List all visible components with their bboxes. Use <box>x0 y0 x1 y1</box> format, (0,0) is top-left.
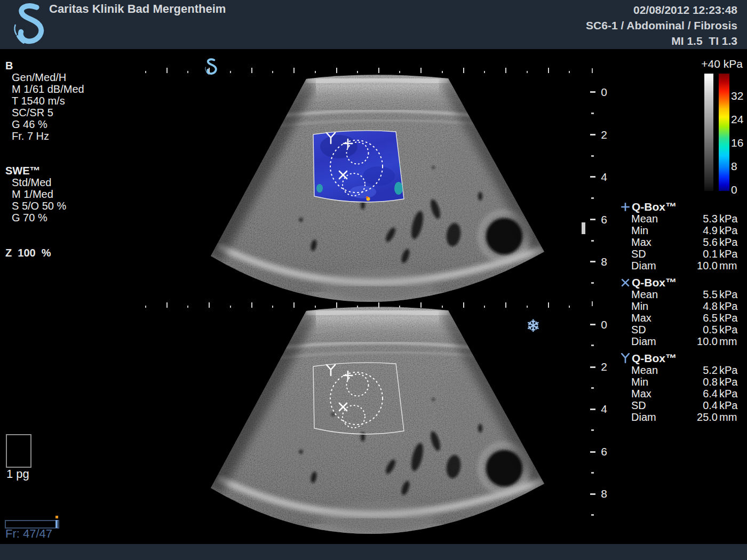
stat-label: SD <box>619 399 672 411</box>
stat-label: Max <box>619 236 672 248</box>
depth-label: 4 <box>598 403 610 415</box>
stat-value: 10.0 <box>672 335 718 347</box>
stat-label: Max <box>619 312 672 324</box>
cine-bookmark-dot <box>55 516 58 518</box>
b-mode-param: SC/SR 5 <box>5 107 84 118</box>
transducer-preset: SC6-1 / Abdominal / Fibrosis <box>586 18 737 33</box>
stat-value: 0.8 <box>672 376 718 388</box>
stat-value: 5.5 <box>672 289 718 300</box>
horizontal-ruler-bottom-minor <box>145 306 572 308</box>
depth-label: 0 <box>598 318 610 331</box>
stat-value: 0.1 <box>672 248 718 260</box>
stat-label: Diam <box>619 335 672 347</box>
page-indicator: 1 pg <box>6 467 29 481</box>
qbox-panel-trace: Q-Box™ Mean5.2kPa Min0.8kPa Max6.4kPa SD… <box>619 353 747 423</box>
swe-param: G 70 % <box>5 212 66 223</box>
depth-label: 6 <box>598 445 610 458</box>
stat-unit: kPa <box>719 399 737 411</box>
stat-value: 4.8 <box>672 300 718 312</box>
stat-label: Min <box>619 376 672 388</box>
colorbar-tick: 0 <box>731 183 747 196</box>
stat-value: 4.9 <box>672 225 718 236</box>
colorbar-tick: 32 <box>731 90 747 102</box>
swe-param: M 1/Med <box>5 188 66 200</box>
swe-parameters: SWE™ Std/Med M 1/Med S 5/O 50 % G 70 % <box>5 165 66 223</box>
stat-unit: kPa <box>719 213 737 225</box>
b-mode-param: Fr. 7 Hz <box>5 130 84 142</box>
cross-marker-icon <box>619 277 632 288</box>
grayscale-bar <box>704 74 713 191</box>
ultrasound-screen: Caritas Klinik Bad Mergentheim 02/08/201… <box>0 0 747 560</box>
stat-label: Mean <box>619 289 672 300</box>
stat-unit: mm <box>719 260 737 271</box>
stat-label: Diam <box>619 260 672 271</box>
zoom-factor: Z 100 % <box>5 247 51 259</box>
stat-unit: kPa <box>719 236 737 248</box>
stat-label: Mean <box>619 364 672 376</box>
horizontal-ruler-top-minor <box>145 71 572 73</box>
colorbar-tick: 24 <box>731 113 747 126</box>
stat-unit: kPa <box>719 300 737 312</box>
bottom-menu-strip <box>0 544 747 560</box>
b-mode-parameters: B Gen/Med/H M 1/61 dB/Med T 1540 m/s SC/… <box>5 60 84 142</box>
stat-value: 25.0 <box>672 411 718 423</box>
stat-label: Min <box>619 225 672 236</box>
depth-label: 8 <box>598 255 610 268</box>
qbox-title: Q-Box™ <box>632 201 677 213</box>
supersonic-logo-icon <box>12 3 45 46</box>
qbox-panel-plus: Q-Box™ Mean5.3kPa Min4.9kPa Max5.6kPa SD… <box>619 201 747 271</box>
stat-value: 5.2 <box>672 364 718 376</box>
depth-ruler-bottom-minor <box>591 345 594 516</box>
b-mode-param: M 1/61 dB/Med <box>5 83 84 95</box>
qbox-title: Q-Box™ <box>632 353 677 364</box>
stat-unit: kPa <box>719 376 737 388</box>
b-mode-title: B <box>5 60 84 71</box>
depth-label: 0 <box>598 86 610 99</box>
stat-label: Diam <box>619 411 672 423</box>
stat-label: Min <box>619 300 672 312</box>
depth-label: 2 <box>598 129 610 141</box>
stat-value: 5.6 <box>672 236 718 248</box>
stat-value: 0.4 <box>672 399 718 411</box>
stat-label: SD <box>619 248 672 260</box>
stat-value: 10.0 <box>672 260 718 271</box>
stat-label: Max <box>619 388 672 399</box>
stat-unit: kPa <box>719 289 737 300</box>
stat-value: 6.4 <box>672 388 718 399</box>
swe-param: S 5/O 50 % <box>5 200 66 212</box>
trace-marker-icon <box>619 353 632 364</box>
status-bar: Caritas Klinik Bad Mergentheim 02/08/201… <box>0 0 747 49</box>
qbox-title: Q-Box™ <box>632 277 677 289</box>
b-mode-param: G 46 % <box>5 118 84 130</box>
plus-marker-icon <box>619 202 632 212</box>
depth-label: 2 <box>598 361 610 373</box>
stat-unit: kPa <box>719 312 737 324</box>
qbox-panel-cross: Q-Box™ Mean5.5kPa Min4.8kPa Max6.5kPa SD… <box>619 277 747 347</box>
depth-label: 4 <box>598 171 610 183</box>
elasticity-scale-max: +40 kPa <box>695 58 743 70</box>
stat-value: 6.5 <box>672 312 718 324</box>
stat-unit: kPa <box>719 364 737 376</box>
stat-value: 0.5 <box>672 324 718 335</box>
depth-label: 8 <box>598 487 610 500</box>
datetime: 02/08/2012 12:23:48 <box>586 2 737 18</box>
cine-cursor[interactable] <box>55 520 58 528</box>
focus-position-marker[interactable] <box>582 222 585 234</box>
stat-value: 5.3 <box>672 213 718 225</box>
swe-param: Std/Med <box>5 177 66 188</box>
clipboard-page-thumbnail[interactable] <box>6 434 31 468</box>
depth-ruler-origin-tick <box>592 301 593 306</box>
stat-unit: mm <box>719 411 737 423</box>
b-mode-param: Gen/Med/H <box>5 71 84 83</box>
colorbar-tick: 16 <box>731 137 747 149</box>
stat-unit: kPa <box>719 388 737 399</box>
depth-ruler-top-minor <box>591 113 594 284</box>
stat-label: SD <box>619 324 672 335</box>
depth-label: 6 <box>598 213 610 226</box>
b-mode-reference-image <box>203 301 555 536</box>
colorbar-tick: 8 <box>731 160 747 173</box>
stat-unit: kPa <box>719 225 737 236</box>
b-mode-param: T 1540 m/s <box>5 95 84 107</box>
elasticity-colorbar <box>719 74 729 191</box>
clinic-name: Caritas Klinik Bad Mergentheim <box>49 2 226 16</box>
